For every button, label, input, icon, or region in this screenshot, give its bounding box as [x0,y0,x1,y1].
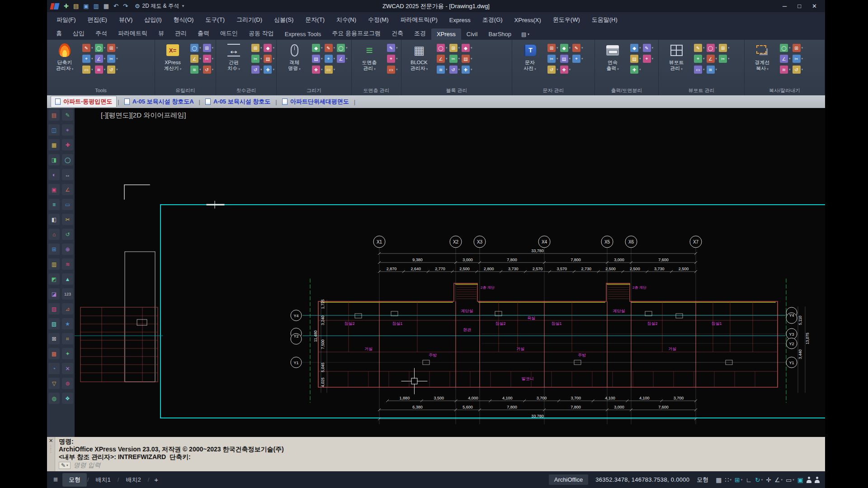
small-tool-icon[interactable]: ◯▾ [780,43,791,53]
small-tool-icon[interactable]: ▤▾ [312,54,323,64]
side-tool-icon[interactable]: ⌖ [62,124,73,136]
workspace-switcher[interactable]: ⚙ 2D 제도 & 주석 ▼ [135,2,185,10]
small-tool-icon[interactable]: ∠▾ [190,54,201,64]
side-tool-icon[interactable]: ◔ [48,363,60,374]
menu-문자(T)[interactable]: 문자(T) [299,13,330,27]
ribbon-tab-Express Tools[interactable]: Express Tools [279,28,327,40]
small-tool-icon[interactable]: ◆▾ [312,43,323,53]
model-space-label[interactable]: 모형 [697,476,708,484]
polar-tracking-icon[interactable]: ∟ [745,476,752,483]
ribbon-display-toggle[interactable]: ▤▾ [517,29,534,40]
small-tool-icon[interactable]: ⊞▾ [719,43,730,53]
small-tool-icon[interactable]: ◆▾ [264,43,274,53]
small-tool-icon[interactable]: ↺▾ [251,65,262,75]
menu-편집(E)[interactable]: 편집(E) [82,13,113,27]
side-tool-icon[interactable]: ◯ [62,154,73,165]
lineweight-icon[interactable]: ▭▾ [786,476,794,483]
side-tool-icon[interactable]: ✂ [62,214,73,225]
small-tool-icon[interactable]: ✎▾ [643,43,654,53]
document-tab-2[interactable]: A-05 보육시설 창호도A [120,96,198,107]
side-tool-icon[interactable]: 123 [62,288,73,300]
big-button-간편치수[interactable]: ↔간편치수▾ [219,42,249,72]
side-tool-icon[interactable]: ≋ [62,258,73,270]
small-tool-icon[interactable]: ✎▾ [387,43,398,53]
small-tool-icon[interactable]: ◯▾ [707,43,717,53]
menu-icon[interactable]: ≡ [52,475,62,484]
small-tool-icon[interactable]: ⊞▾ [793,43,803,53]
small-tool-icon[interactable]: ⌖▾ [694,54,705,64]
snap-icon[interactable]: ∷▾ [725,476,731,483]
small-tool-icon[interactable]: ▭▾ [694,65,705,75]
command-input[interactable]: 명령 입력 [74,461,101,469]
menu-삽입(I)[interactable]: 삽입(I) [138,13,167,27]
viewport-controls[interactable]: [-][평면도][2D 와이어프레임] [101,111,186,120]
maximize-button[interactable]: □ [792,2,807,10]
small-tool-icon[interactable]: ✂▾ [719,54,730,64]
small-tool-icon[interactable]: ✂▾ [203,54,214,64]
side-tool-icon[interactable]: ◧ [48,214,60,225]
side-tool-icon[interactable]: ⊿ [62,303,73,314]
big-button-경계선복사[interactable]: 경계선복사▾ [747,42,777,72]
layout-tab-배치1[interactable]: 배치1 [90,473,117,487]
side-tool-icon[interactable]: ⊞ [48,244,60,255]
small-tool-icon[interactable]: ✂▾ [251,54,262,64]
small-tool-icon[interactable]: ✚▾ [560,65,571,75]
ortho-icon[interactable]: ⊞▾ [735,476,742,483]
big-button-연속출력[interactable]: 연속출력▾ [598,42,627,72]
menu-조경(G)[interactable]: 조경(G) [476,13,509,27]
small-tool-icon[interactable]: ∠▾ [437,54,448,64]
document-tab-3[interactable]: A-05 보육시설 창호도 [201,96,274,107]
small-tool-icon[interactable]: ↺▾ [107,65,118,75]
menu-심볼(S)[interactable]: 심볼(S) [268,13,299,27]
side-tool-icon[interactable]: ◪ [48,288,60,300]
small-tool-icon[interactable]: ✚▾ [264,65,274,75]
side-tool-icon[interactable]: ▨ [48,318,60,329]
drawing-canvas[interactable]: X1X2X3X4X5X6X7Y4Y2Y1Y4Y3Y2Y133,7809,3803… [75,108,825,437]
small-tool-icon[interactable]: ⌖▾ [325,54,335,64]
side-tool-icon[interactable]: ⌗ [62,333,73,344]
app-logo-icon[interactable] [51,3,59,9]
small-tool-icon[interactable]: ⊞▾ [107,43,118,53]
annotation-icon[interactable]: ▣ [797,476,803,483]
big-button-문자사전[interactable]: T문자사전▾ [515,42,545,72]
side-tool-icon[interactable]: ⊚ [62,378,73,389]
big-button-BLOCK관리자[interactable]: ▦BLOCK관리자▾ [404,42,434,72]
small-tool-icon[interactable]: ≋▾ [190,65,201,75]
small-tool-icon[interactable]: ✚▾ [462,65,472,75]
small-tool-icon[interactable]: ✎▾ [694,43,705,53]
small-tool-icon[interactable]: ⌖▾ [572,54,583,64]
small-tool-icon[interactable]: ✂▾ [449,54,460,64]
small-tool-icon[interactable]: ∠▾ [707,54,717,64]
side-tool-icon[interactable]: ≡ [48,199,60,210]
undo-icon[interactable]: ↶ [111,3,121,9]
side-tool-icon[interactable]: ↔ [62,169,73,180]
small-tool-icon[interactable]: ⌖▾ [82,54,93,64]
side-tool-icon[interactable]: ▣ [48,184,60,195]
small-tool-icon[interactable]: ◆▾ [630,43,641,53]
dynamic-ucs-icon[interactable]: ↻▾ [755,476,763,483]
big-button-뷰포트관리[interactable]: 뷰포트관리▾ [661,42,691,72]
side-tool-icon[interactable]: ✦ [62,348,73,359]
menu-뷰(V)[interactable]: 뷰(V) [113,13,138,27]
side-tool-icon[interactable]: ⌂ [48,229,60,240]
save-all-icon[interactable]: ▥ [91,3,101,9]
small-tool-icon[interactable]: ≋▾ [707,65,717,75]
small-tool-icon[interactable]: ✎▾ [572,43,583,53]
small-tool-icon[interactable]: ✎▾ [82,43,93,53]
small-tool-icon[interactable]: ▤▾ [462,54,472,64]
ribbon-tab-XPress[interactable]: XPress [431,28,461,40]
osnap-icon[interactable]: ✛ [766,476,771,483]
side-tool-icon[interactable]: ⊕ [62,244,73,255]
small-tool-icon[interactable]: ⊞▾ [203,43,214,53]
side-tool-icon[interactable]: ▭ [62,199,73,210]
small-tool-icon[interactable]: ✂▾ [547,54,558,64]
menu-치수(N)[interactable]: 치수(N) [330,13,362,27]
small-tool-icon[interactable]: ⊞▾ [547,43,558,53]
small-tool-icon[interactable]: ✂▾ [793,54,803,64]
ribbon-tab-삽입[interactable]: 삽입 [67,27,90,40]
side-tool-icon[interactable]: ✚ [62,139,73,150]
side-tool-icon[interactable]: ⊠ [48,333,60,344]
small-tool-icon[interactable]: ✚▾ [630,65,641,75]
ribbon-tab-애드인[interactable]: 애드인 [215,27,243,40]
small-tool-icon[interactable]: ▭▾ [325,65,335,75]
